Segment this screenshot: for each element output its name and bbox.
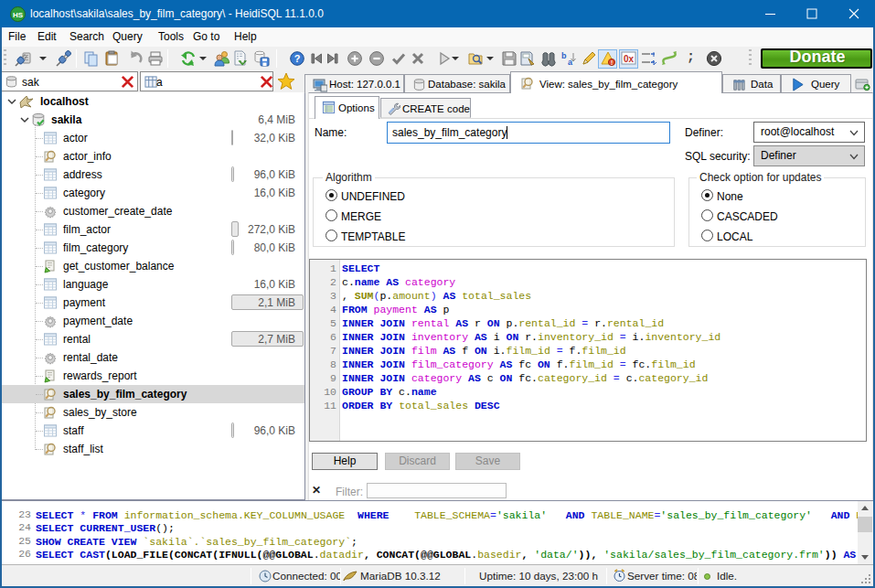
svg-text:!: !: [611, 59, 613, 66]
svg-text:HS: HS: [13, 11, 24, 19]
svg-text:0x: 0x: [624, 54, 635, 64]
svg-text:?: ?: [294, 53, 301, 64]
svg-text:a: a: [568, 58, 573, 67]
svg-text:b: b: [561, 51, 567, 60]
